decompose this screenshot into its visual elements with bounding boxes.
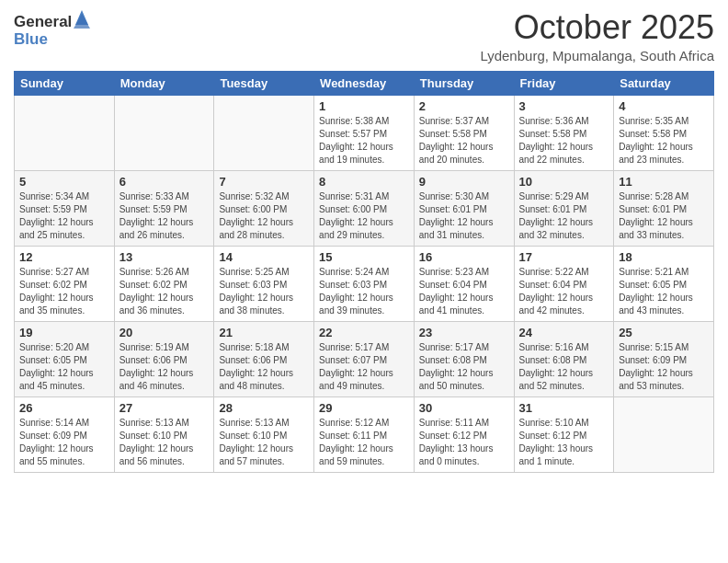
day-number: 18 <box>619 250 709 264</box>
calendar-cell: 26Sunrise: 5:14 AMSunset: 6:09 PMDayligh… <box>15 396 115 472</box>
location-title: Lydenburg, Mpumalanga, South Africa <box>480 48 714 63</box>
weekday-header-thursday: Thursday <box>414 71 514 95</box>
day-number: 22 <box>319 326 409 339</box>
calendar-cell: 11Sunrise: 5:28 AMSunset: 6:01 PMDayligh… <box>614 170 714 246</box>
calendar-cell: 14Sunrise: 5:25 AMSunset: 6:03 PMDayligh… <box>214 246 314 321</box>
logo-icon <box>74 8 90 29</box>
calendar-cell: 20Sunrise: 5:19 AMSunset: 6:06 PMDayligh… <box>114 321 214 396</box>
day-number: 24 <box>519 326 609 339</box>
day-info: Sunrise: 5:14 AMSunset: 6:09 PMDaylight:… <box>19 417 109 468</box>
day-number: 6 <box>119 175 210 189</box>
day-info: Sunrise: 5:21 AMSunset: 6:05 PMDaylight:… <box>619 266 709 317</box>
calendar-cell: 29Sunrise: 5:12 AMSunset: 6:11 PMDayligh… <box>314 396 415 472</box>
day-number: 31 <box>519 401 609 415</box>
day-info: Sunrise: 5:26 AMSunset: 6:02 PMDaylight:… <box>119 266 210 317</box>
day-number: 27 <box>119 401 210 415</box>
day-number: 30 <box>419 401 509 415</box>
day-info: Sunrise: 5:17 AMSunset: 6:08 PMDaylight:… <box>419 341 509 393</box>
day-info: Sunrise: 5:19 AMSunset: 6:06 PMDaylight:… <box>119 341 210 393</box>
calendar-cell: 15Sunrise: 5:24 AMSunset: 6:03 PMDayligh… <box>314 246 415 321</box>
day-number: 12 <box>19 250 109 264</box>
day-info: Sunrise: 5:35 AMSunset: 5:58 PMDaylight:… <box>619 115 709 167</box>
day-number: 13 <box>119 250 210 264</box>
calendar-cell: 6Sunrise: 5:33 AMSunset: 5:59 PMDaylight… <box>114 170 214 246</box>
calendar-cell: 17Sunrise: 5:22 AMSunset: 6:04 PMDayligh… <box>514 246 614 321</box>
calendar-cell: 5Sunrise: 5:34 AMSunset: 5:59 PMDaylight… <box>15 170 115 246</box>
calendar-cell: 9Sunrise: 5:30 AMSunset: 6:01 PMDaylight… <box>414 170 514 246</box>
day-number: 3 <box>519 99 609 113</box>
weekday-header-wednesday: Wednesday <box>314 71 415 95</box>
calendar-cell: 13Sunrise: 5:26 AMSunset: 6:02 PMDayligh… <box>114 246 214 321</box>
day-info: Sunrise: 5:12 AMSunset: 6:11 PMDaylight:… <box>319 417 409 468</box>
calendar-cell: 16Sunrise: 5:23 AMSunset: 6:04 PMDayligh… <box>414 246 514 321</box>
calendar-week-4: 19Sunrise: 5:20 AMSunset: 6:05 PMDayligh… <box>15 321 714 396</box>
day-number: 9 <box>419 175 509 189</box>
day-number: 5 <box>19 175 109 189</box>
day-info: Sunrise: 5:13 AMSunset: 6:10 PMDaylight:… <box>219 417 309 468</box>
day-number: 23 <box>419 326 509 339</box>
calendar-cell: 10Sunrise: 5:29 AMSunset: 6:01 PMDayligh… <box>514 170 614 246</box>
calendar-cell: 3Sunrise: 5:36 AMSunset: 5:58 PMDaylight… <box>514 95 614 170</box>
weekday-header-monday: Monday <box>114 71 214 95</box>
day-number: 28 <box>219 401 309 415</box>
day-number: 8 <box>319 175 409 189</box>
calendar-week-2: 5Sunrise: 5:34 AMSunset: 5:59 PMDaylight… <box>15 170 714 246</box>
calendar-cell: 8Sunrise: 5:31 AMSunset: 6:00 PMDaylight… <box>314 170 415 246</box>
day-info: Sunrise: 5:16 AMSunset: 6:08 PMDaylight:… <box>519 341 609 393</box>
calendar-cell: 19Sunrise: 5:20 AMSunset: 6:05 PMDayligh… <box>15 321 115 396</box>
page-header: General Blue October 2025 Lydenburg, Mpu… <box>14 9 714 63</box>
calendar-cell: 23Sunrise: 5:17 AMSunset: 6:08 PMDayligh… <box>414 321 514 396</box>
calendar-cell: 27Sunrise: 5:13 AMSunset: 6:10 PMDayligh… <box>114 396 214 472</box>
month-title: October 2025 <box>480 9 714 46</box>
day-info: Sunrise: 5:24 AMSunset: 6:03 PMDaylight:… <box>319 266 409 317</box>
calendar-cell: 31Sunrise: 5:10 AMSunset: 6:12 PMDayligh… <box>514 396 614 472</box>
calendar-week-3: 12Sunrise: 5:27 AMSunset: 6:02 PMDayligh… <box>15 246 714 321</box>
day-number: 17 <box>519 250 609 264</box>
logo-text-blue: Blue <box>14 30 48 48</box>
day-number: 19 <box>19 326 109 339</box>
day-info: Sunrise: 5:17 AMSunset: 6:07 PMDaylight:… <box>319 341 409 393</box>
calendar-cell: 18Sunrise: 5:21 AMSunset: 6:05 PMDayligh… <box>614 246 714 321</box>
day-info: Sunrise: 5:22 AMSunset: 6:04 PMDaylight:… <box>519 266 609 317</box>
day-number: 25 <box>619 326 709 339</box>
day-info: Sunrise: 5:28 AMSunset: 6:01 PMDaylight:… <box>619 190 709 242</box>
calendar-cell: 21Sunrise: 5:18 AMSunset: 6:06 PMDayligh… <box>214 321 314 396</box>
day-number: 20 <box>119 326 210 339</box>
day-info: Sunrise: 5:29 AMSunset: 6:01 PMDaylight:… <box>519 190 609 242</box>
weekday-header-sunday: Sunday <box>15 71 115 95</box>
calendar-cell: 25Sunrise: 5:15 AMSunset: 6:09 PMDayligh… <box>614 321 714 396</box>
day-number: 21 <box>219 326 309 339</box>
calendar-cell: 30Sunrise: 5:11 AMSunset: 6:12 PMDayligh… <box>414 396 514 472</box>
day-number: 15 <box>319 250 409 264</box>
day-info: Sunrise: 5:34 AMSunset: 5:59 PMDaylight:… <box>19 190 109 242</box>
weekday-header-row: SundayMondayTuesdayWednesdayThursdayFrid… <box>15 71 714 95</box>
day-number: 14 <box>219 250 309 264</box>
day-info: Sunrise: 5:13 AMSunset: 6:10 PMDaylight:… <box>119 417 210 468</box>
day-info: Sunrise: 5:15 AMSunset: 6:09 PMDaylight:… <box>619 341 709 393</box>
day-info: Sunrise: 5:23 AMSunset: 6:04 PMDaylight:… <box>419 266 509 317</box>
calendar-cell: 1Sunrise: 5:38 AMSunset: 5:57 PMDaylight… <box>314 95 415 170</box>
calendar-cell: 4Sunrise: 5:35 AMSunset: 5:58 PMDaylight… <box>614 95 714 170</box>
day-info: Sunrise: 5:20 AMSunset: 6:05 PMDaylight:… <box>19 341 109 393</box>
day-info: Sunrise: 5:11 AMSunset: 6:12 PMDaylight:… <box>419 417 509 468</box>
day-info: Sunrise: 5:37 AMSunset: 5:58 PMDaylight:… <box>419 115 509 167</box>
logo: General Blue <box>14 14 90 48</box>
weekday-header-friday: Friday <box>514 71 614 95</box>
calendar-table: SundayMondayTuesdayWednesdayThursdayFrid… <box>14 71 714 473</box>
day-info: Sunrise: 5:38 AMSunset: 5:57 PMDaylight:… <box>319 115 409 167</box>
calendar-cell <box>214 95 314 170</box>
day-info: Sunrise: 5:18 AMSunset: 6:06 PMDaylight:… <box>219 341 309 393</box>
logo-text-general: General <box>14 14 72 31</box>
day-number: 11 <box>619 175 709 189</box>
calendar-cell: 12Sunrise: 5:27 AMSunset: 6:02 PMDayligh… <box>15 246 115 321</box>
day-number: 16 <box>419 250 509 264</box>
calendar-week-5: 26Sunrise: 5:14 AMSunset: 6:09 PMDayligh… <box>15 396 714 472</box>
day-info: Sunrise: 5:36 AMSunset: 5:58 PMDaylight:… <box>519 115 609 167</box>
day-number: 7 <box>219 175 309 189</box>
calendar-cell: 22Sunrise: 5:17 AMSunset: 6:07 PMDayligh… <box>314 321 415 396</box>
calendar-cell <box>114 95 214 170</box>
calendar-week-1: 1Sunrise: 5:38 AMSunset: 5:57 PMDaylight… <box>15 95 714 170</box>
day-number: 10 <box>519 175 609 189</box>
day-info: Sunrise: 5:31 AMSunset: 6:00 PMDaylight:… <box>319 190 409 242</box>
day-info: Sunrise: 5:10 AMSunset: 6:12 PMDaylight:… <box>519 417 609 468</box>
